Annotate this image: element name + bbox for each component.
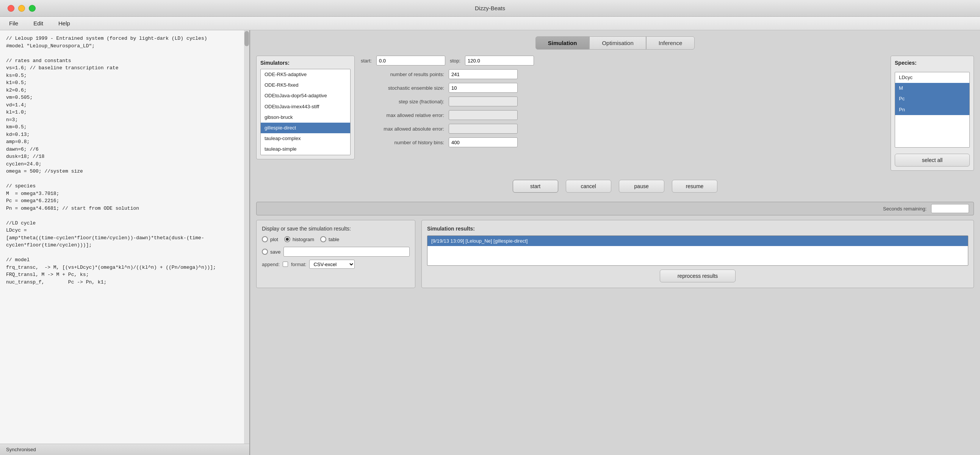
list-item-odetojava-imex443[interactable]: ODEtoJava-imex443-stiff	[261, 101, 350, 112]
save-input[interactable]	[283, 247, 410, 257]
minimize-button[interactable]	[18, 5, 25, 12]
stop-input[interactable]	[465, 55, 534, 65]
step-size-label: step size (fractional):	[361, 99, 444, 105]
max-abs-row: max allowed absolute error:	[361, 124, 885, 134]
seconds-bar: Seconds remaining:	[256, 202, 974, 216]
max-rel-input[interactable]	[449, 110, 518, 120]
display-title: Display or save the simulation results:	[262, 226, 410, 231]
save-row: save	[262, 247, 410, 257]
status-text: Synchronised	[6, 447, 36, 452]
list-item-tauleap-simple[interactable]: tauleap-simple	[261, 144, 350, 154]
step-size-row: step size (fractional):	[361, 97, 885, 106]
histogram-option[interactable]: histogram	[284, 236, 314, 242]
results-list: [9/19/13 13:09] [Leloup_Ne] [gillespie-d…	[427, 235, 968, 266]
history-bins-label: number of history bins:	[361, 140, 444, 145]
bottom-section: Display or save the simulation results: …	[256, 220, 974, 288]
top-row: Simulators: ODE-RK5-adaptive ODE-RK5-fix…	[256, 55, 974, 171]
right-pane: Simulation Optimisation Inference Simula…	[250, 30, 980, 455]
append-label: append:	[262, 262, 280, 267]
format-select[interactable]: CSV-excel CSV-comma Tab-separated	[309, 260, 355, 269]
format-label: format:	[291, 262, 306, 267]
plot-label: plot	[270, 236, 278, 242]
append-checkbox[interactable]	[283, 262, 288, 267]
simulators-title: Simulators:	[260, 60, 350, 66]
tab-bar: Simulation Optimisation Inference	[256, 36, 974, 49]
pause-button[interactable]: pause	[619, 180, 664, 193]
results-item-0[interactable]: [9/19/13 13:09] [Leloup_Ne] [gillespie-d…	[428, 236, 968, 246]
seconds-input[interactable]	[931, 204, 969, 213]
start-button[interactable]: start	[513, 180, 558, 193]
plot-radio[interactable]	[262, 236, 268, 242]
tab-inference[interactable]: Inference	[646, 36, 695, 49]
stop-label: stop:	[450, 58, 460, 63]
history-bins-row: number of history bins:	[361, 137, 885, 147]
list-item-ode-rk5-fixed[interactable]: ODE-RK5-fixed	[261, 80, 350, 90]
results-points-label: number of results points:	[361, 71, 444, 77]
stochastic-label: stochastic ensemble size:	[361, 85, 444, 91]
cancel-button[interactable]: cancel	[566, 180, 611, 193]
max-rel-row: max allowed relative error:	[361, 110, 885, 120]
species-pn[interactable]: Pn	[895, 105, 969, 115]
list-item-gibson-bruck[interactable]: gibson-bruck	[261, 112, 350, 123]
reprocess-button[interactable]: reprocess results	[660, 270, 735, 282]
save-option[interactable]: save	[262, 249, 280, 255]
max-abs-input[interactable]	[449, 124, 518, 134]
traffic-lights	[8, 5, 36, 12]
status-bar: Synchronised	[0, 444, 249, 455]
tab-optimisation[interactable]: Optimisation	[589, 36, 646, 49]
start-input[interactable]	[376, 55, 445, 65]
menu-edit[interactable]: Edit	[30, 19, 46, 28]
table-radio[interactable]	[320, 236, 326, 242]
simulators-list: ODE-RK5-adaptive ODE-RK5-fixed ODEtoJava…	[260, 69, 350, 155]
results-title: Simulation results:	[427, 226, 968, 231]
histogram-radio[interactable]	[284, 236, 290, 242]
species-m[interactable]: M	[895, 83, 969, 94]
results-box: Simulation results: [9/19/13 13:09] [Lel…	[422, 220, 974, 288]
species-ldcyc[interactable]: LDcyc	[895, 72, 969, 83]
scrollbar-thumb[interactable]	[245, 31, 249, 46]
menu-help[interactable]: Help	[55, 19, 73, 28]
window-title: Dizzy-Beats	[475, 5, 505, 11]
display-options-row: plot histogram table	[262, 236, 410, 242]
max-rel-label: max allowed relative error:	[361, 113, 444, 118]
save-radio[interactable]	[262, 249, 268, 255]
seconds-label: Seconds remaining:	[883, 206, 927, 212]
title-bar: Dizzy-Beats	[0, 0, 980, 17]
start-label: start:	[361, 58, 372, 63]
stochastic-input[interactable]	[449, 83, 518, 93]
append-row: append: format: CSV-excel CSV-comma Tab-…	[262, 260, 410, 269]
results-points-input[interactable]	[449, 69, 518, 79]
list-item-odetojava-dopr54[interactable]: ODEtoJava-dopr54-adaptive	[261, 90, 350, 101]
stochastic-row: stochastic ensemble size:	[361, 83, 885, 93]
tab-simulation[interactable]: Simulation	[536, 36, 590, 49]
save-label: save	[270, 249, 280, 255]
action-buttons-row: start cancel pause resume	[256, 175, 974, 197]
resume-button[interactable]: resume	[672, 180, 718, 193]
results-points-row: number of results points:	[361, 69, 885, 79]
maximize-button[interactable]	[29, 5, 36, 12]
history-bins-input[interactable]	[449, 137, 518, 147]
menu-bar: File Edit Help	[0, 17, 980, 30]
code-editor[interactable]: // Leloup 1999 - Entrained system (force…	[0, 30, 249, 444]
simulators-box: Simulators: ODE-RK5-adaptive ODE-RK5-fix…	[256, 55, 355, 159]
start-stop-row: start: stop:	[361, 55, 885, 65]
display-box: Display or save the simulation results: …	[256, 220, 415, 288]
plot-option[interactable]: plot	[262, 236, 278, 242]
list-item-tauleap-complex[interactable]: tauleap-complex	[261, 133, 350, 144]
species-title: Species:	[895, 60, 970, 66]
histogram-label: histogram	[293, 236, 314, 242]
code-scrollbar[interactable]	[244, 30, 249, 444]
species-list: LDcyc M Pc Pn	[895, 72, 970, 147]
select-all-button[interactable]: select all	[895, 154, 970, 166]
step-size-input[interactable]	[449, 97, 518, 106]
close-button[interactable]	[8, 5, 14, 12]
code-pane: // Leloup 1999 - Entrained system (force…	[0, 30, 250, 455]
list-item-gillespie-direct[interactable]: gillespie-direct	[261, 123, 350, 133]
species-pc[interactable]: Pc	[895, 94, 969, 104]
table-option[interactable]: table	[320, 236, 339, 242]
max-abs-label: max allowed absolute error:	[361, 126, 444, 132]
list-item-ode-rk5-adaptive[interactable]: ODE-RK5-adaptive	[261, 69, 350, 80]
main-container: // Leloup 1999 - Entrained system (force…	[0, 30, 980, 455]
menu-file[interactable]: File	[6, 19, 21, 28]
table-label: table	[329, 236, 339, 242]
